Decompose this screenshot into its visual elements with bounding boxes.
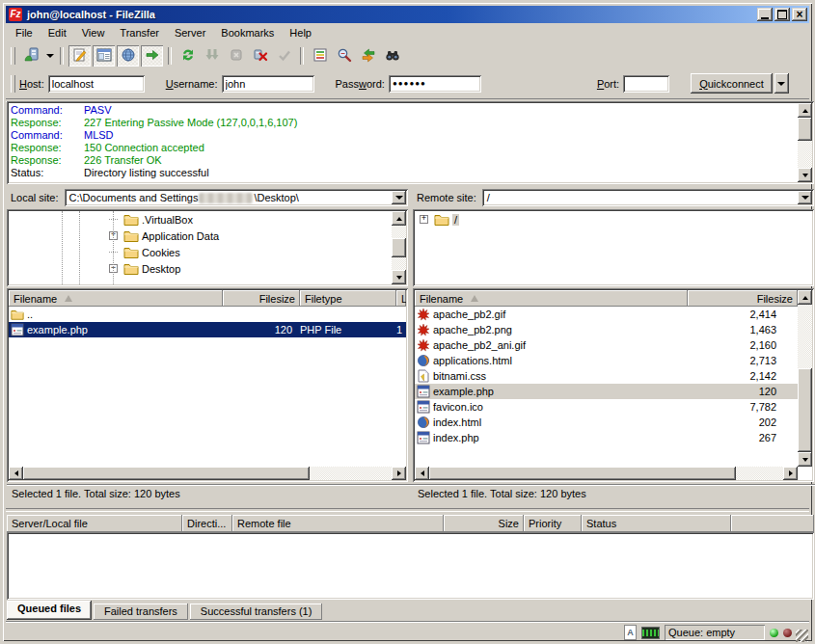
local-site-combobox[interactable]: C:\Documents and Settings\Desktop\: [65, 189, 408, 206]
file-row[interactable]: apache_pb2.gif2,414: [415, 307, 798, 322]
remote-list-hscrollbar[interactable]: [415, 467, 798, 480]
file-row[interactable]: index.php267: [415, 430, 798, 445]
column-header-filesize[interactable]: Filesize: [223, 290, 300, 307]
folder-icon: [434, 213, 449, 226]
queue-column-status[interactable]: Status: [582, 515, 731, 532]
tree-item-root[interactable]: + /: [415, 211, 812, 228]
remote-site-dropdown-icon[interactable]: [798, 191, 812, 204]
column-header-l[interactable]: L: [396, 290, 406, 307]
tab-successful-transfers-[interactable]: Successful transfers (1): [190, 604, 323, 620]
menu-item-help[interactable]: Help: [282, 25, 319, 40]
column-header-filename[interactable]: Filename: [415, 290, 688, 307]
menu-item-view[interactable]: View: [74, 25, 113, 40]
folder-icon: [11, 308, 24, 321]
queue-column-remote-file[interactable]: Remote file: [232, 515, 444, 532]
tree-lead: [109, 252, 122, 253]
tree-item[interactable]: −Desktop: [9, 260, 406, 277]
resize-grip[interactable]: [796, 630, 808, 642]
quickconnect-grip[interactable]: [11, 75, 15, 93]
minimize-button[interactable]: [757, 8, 773, 21]
username-input[interactable]: [222, 75, 314, 93]
toggle-transfer-queue-button[interactable]: [141, 45, 163, 67]
menu-item-edit[interactable]: Edit: [41, 25, 74, 40]
queue-column-size[interactable]: Size: [444, 515, 524, 532]
remote-site-combobox[interactable]: /: [482, 189, 814, 206]
toolbar-separator: [60, 47, 64, 65]
local-list-hscrollbar[interactable]: [9, 467, 406, 480]
filter-button[interactable]: [309, 45, 331, 67]
refresh-button[interactable]: [177, 45, 199, 67]
file-row[interactable]: bitnami.css2,142: [415, 368, 798, 384]
remote-file-list: FilenameFilesize apache_pb2.gif2,414apac…: [413, 288, 814, 482]
close-button[interactable]: ×: [792, 8, 807, 21]
menu-item-file[interactable]: File: [8, 25, 41, 40]
quickconnect-button[interactable]: Quickconnect: [691, 73, 773, 94]
username-label: Username:: [166, 78, 218, 90]
host-input[interactable]: [48, 75, 145, 93]
file-name: apache_pb2.png: [433, 324, 512, 335]
queue-column-blank[interactable]: [731, 515, 814, 532]
column-header-filetype[interactable]: Filetype: [300, 290, 396, 307]
tab-failed-transfers[interactable]: Failed transfers: [94, 604, 188, 620]
column-header-filename[interactable]: Filename: [9, 290, 223, 307]
toggle-remote-tree-button[interactable]: [117, 45, 139, 67]
folder-icon: [123, 213, 139, 226]
column-header-label: Filesize: [259, 293, 295, 305]
file-size-cell: 120: [223, 324, 300, 335]
toolbar-separator: [300, 47, 304, 65]
sync-browsing-icon: [361, 47, 376, 65]
image-file-icon: [417, 338, 430, 352]
tree-item-label: .VirtualBox: [142, 214, 193, 226]
message-log-scrollbar[interactable]: [798, 103, 812, 182]
title-bar: Fz john@localhost - FileZilla ×: [6, 6, 809, 23]
quickconnect-dropdown-button[interactable]: [774, 73, 789, 94]
menu-item-server[interactable]: Server: [167, 25, 213, 40]
queue-column-server-local-file[interactable]: Server/Local file: [7, 515, 182, 532]
site-manager-dropdown-button[interactable]: [43, 45, 56, 67]
cancel-operation-button[interactable]: [225, 45, 247, 67]
sync-browsing-button[interactable]: [357, 45, 379, 67]
menu-item-bookmarks[interactable]: Bookmarks: [213, 25, 282, 40]
toolbar-grip[interactable]: [11, 47, 15, 65]
filter-icon: [312, 47, 328, 65]
file-row[interactable]: ..: [9, 307, 406, 322]
directory-comparison-button[interactable]: [333, 45, 355, 67]
column-header-filesize[interactable]: Filesize: [688, 290, 798, 307]
reconnect-button[interactable]: [273, 45, 295, 67]
site-manager-button[interactable]: [20, 45, 42, 67]
menu-item-transfer[interactable]: Transfer: [112, 25, 167, 40]
port-input[interactable]: [623, 75, 669, 93]
local-tree-scrollbar[interactable]: [392, 211, 406, 284]
tree-item[interactable]: .VirtualBox: [9, 211, 406, 228]
queue-column-priority[interactable]: Priority: [524, 515, 582, 532]
remote-site-bar: Remote site: /: [413, 188, 814, 207]
file-row[interactable]: apache_pb2_ani.gif2,160: [415, 337, 798, 353]
maximize-button[interactable]: [774, 8, 790, 21]
file-row[interactable]: favicon.ico7,782: [415, 399, 798, 415]
file-name: index.php: [433, 432, 479, 443]
file-row[interactable]: applications.html2,713: [415, 353, 798, 368]
file-row[interactable]: index.html202: [415, 415, 798, 430]
find-files-button[interactable]: [381, 45, 403, 67]
toggle-local-tree-button[interactable]: [93, 45, 115, 67]
file-row[interactable]: apache_pb2.png1,463: [415, 322, 798, 337]
local-site-dropdown-icon[interactable]: [392, 191, 406, 204]
file-name-cell: index.php: [415, 431, 688, 444]
disconnect-button[interactable]: [249, 45, 271, 67]
tab-queued-files[interactable]: Queued files: [7, 601, 92, 620]
sort-ascending-icon: [471, 295, 478, 302]
file-row[interactable]: example.php120PHP File1: [9, 322, 406, 337]
process-queue-button[interactable]: [201, 45, 223, 67]
refresh-icon: [180, 47, 196, 65]
password-input[interactable]: [389, 75, 481, 93]
expander-icon[interactable]: +: [420, 215, 428, 224]
toggle-message-log-button[interactable]: [68, 45, 91, 67]
folder-icon: [123, 262, 139, 275]
tree-item[interactable]: +Application Data: [9, 228, 406, 244]
remote-list-vscrollbar[interactable]: [798, 290, 812, 467]
column-header-label: Filetype: [305, 293, 342, 305]
log-line: Response:227 Entering Passive Mode (127,…: [11, 117, 795, 129]
tree-item[interactable]: Cookies: [9, 244, 406, 260]
queue-column-directi-[interactable]: Directi...: [182, 515, 232, 532]
file-row[interactable]: example.php120: [415, 384, 798, 399]
